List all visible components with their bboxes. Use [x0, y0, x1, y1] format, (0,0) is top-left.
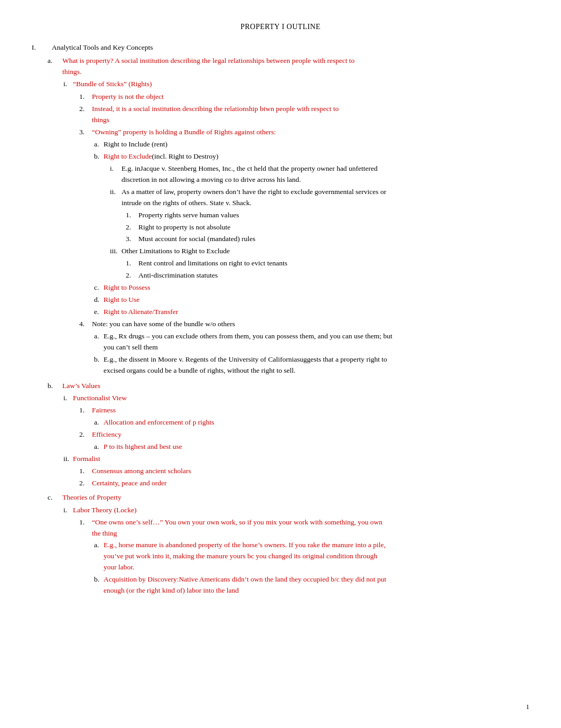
state-text: As a matter of law, property owners don’… [121, 187, 407, 209]
marker-3: 3. [79, 127, 92, 138]
item-4a: a. E.g., Rx drugs – you can exclude othe… [32, 331, 529, 353]
item-3c: c. Right to Possess [32, 282, 529, 293]
item-1: 1. Property is not the object [32, 91, 529, 103]
marker-1: 1. [79, 91, 92, 103]
item3-text: “Owning” property is holding a Bundle of… [92, 127, 276, 138]
item-4: 4. Note: you can have some of the bundle… [32, 319, 529, 330]
marker-ot2: 2. [126, 270, 138, 281]
rx-text: E.g., Rx drugs – you can exclude others … [104, 331, 399, 353]
marker-lab1: 1. [79, 517, 92, 528]
marker-3b-iii: iii. [110, 246, 121, 257]
func2a-text: P to its highest and best use [104, 441, 182, 453]
form2-text: Certainty, peace and order [92, 478, 167, 489]
marker-b-laws: b. [48, 381, 62, 392]
item-3b-i: i. E.g. inJacque v. Steenberg Homes, Inc… [32, 163, 529, 186]
func2-text: Efficiency [92, 429, 121, 440]
marker-i-labor: i. [63, 505, 73, 516]
state-3: 3. Must account for social (mandated) ru… [32, 234, 529, 245]
func1a-text: Allocation and enforcement of p rights [104, 417, 214, 428]
i-bundle-text: “Bundle of Sticks” (Rights) [73, 79, 152, 90]
marker-func2a: a. [94, 441, 104, 453]
formal-1: 1. Consensus among ancient scholars [32, 466, 529, 477]
section-b-laws: b. Law’s Values [32, 381, 529, 392]
page-title: PROPERTY I OUTLINE [32, 21, 529, 33]
c-theories-text: Theories of Property [62, 492, 121, 503]
c-possess-text: Right to Possess [104, 282, 151, 293]
item-3: 3. “Owning” property is holding a Bundle… [32, 127, 529, 138]
formal-2: 2. Certainty, peace and order [32, 478, 529, 489]
marker-form2: 2. [79, 478, 92, 489]
ot1-text: Rent control and limitations on right to… [138, 258, 287, 269]
st1-text: Property rights serve human values [138, 210, 239, 221]
item-3a: a. Right to Include (rent) [32, 139, 529, 150]
marker-func2: 2. [79, 429, 92, 440]
marker-ii-formal: ii. [63, 454, 73, 465]
marker-3b-ii: ii. [110, 187, 121, 198]
section-c-theories: c. Theories of Property [32, 492, 529, 503]
jacque-text: E.g. inJacque v. Steenberg Homes, Inc., … [121, 163, 407, 186]
marker-4: 4. [79, 319, 92, 330]
item-3b: b. Right to Exclude(incl. Right to Destr… [32, 151, 529, 162]
e-alienate-text: Right to Alienate/Transfer [104, 307, 178, 318]
marker-i-func: i. [63, 393, 73, 404]
section-a-text: What is property? A social institution d… [62, 56, 354, 78]
marker-4a: a. [94, 331, 104, 342]
st3-text: Must account for social (mandated) rules [138, 234, 256, 245]
form1-text: Consensus among ancient scholars [92, 466, 191, 477]
lab1b-text: Acquisition by Discovery:Native American… [104, 574, 389, 596]
item-3a-text: Right to Include (rent) [104, 139, 167, 150]
marker-3a: a. [94, 139, 104, 150]
section-i-labor: i. Labor Theory (Locke) [32, 505, 529, 516]
marker-func1a: a. [94, 417, 104, 428]
section-a: a. What is property? A social institutio… [32, 56, 529, 78]
section-ii-formal: ii. Formalist [32, 454, 529, 465]
section-i-bundle: i. “Bundle of Sticks” (Rights) [32, 79, 529, 90]
func-text: Functionalist View [73, 393, 127, 404]
marker-form1: 1. [79, 466, 92, 477]
marker-2: 2. [79, 104, 92, 115]
formal-text: Formalist [73, 454, 100, 465]
item-3d: d. Right to Use [32, 294, 529, 306]
item-3e: e. Right to Alienate/Transfer [32, 307, 529, 318]
labor-1a: a. E.g., horse manure is abandoned prope… [32, 540, 529, 573]
marker-3d: d. [94, 294, 104, 306]
labor-1b: b. Acquisition by Discovery:Native Ameri… [32, 574, 529, 596]
section-I: I. Analytical Tools and Key Concepts [32, 42, 529, 53]
func1-text: Fairness [92, 405, 116, 416]
d-use-text: Right to Use [104, 294, 139, 306]
item-3b-ii: ii. As a matter of law, property owners … [32, 187, 529, 209]
marker-lab1a: a. [94, 540, 104, 551]
st2-text: Right to property is not absolute [138, 222, 230, 233]
item-4b: b. E.g., the dissent in Moore v. Regents… [32, 354, 529, 376]
marker-st1: 1. [126, 210, 138, 221]
marker-3e: e. [94, 307, 104, 318]
state-1: 1. Property rights serve human values [32, 210, 529, 221]
item-3b-iii: iii. Other Limitations to Right to Exclu… [32, 246, 529, 257]
func-1: 1. Fairness [32, 405, 529, 416]
marker-a: a. [48, 56, 62, 67]
section-I-text: Analytical Tools and Key Concepts [52, 42, 153, 53]
func-1a: a. Allocation and enforcement of p right… [32, 417, 529, 428]
func-2: 2. Efficiency [32, 429, 529, 440]
section-i-func: i. Functionalist View [32, 393, 529, 404]
marker-3b-i: i. [110, 163, 121, 174]
marker-st3: 3. [126, 234, 138, 245]
func-2a: a. P to its highest and best use [32, 441, 529, 453]
labor-text: Labor Theory (Locke) [73, 505, 136, 516]
other-lim-text: Other Limitations to Right to Exclude [121, 246, 230, 257]
marker-3c: c. [94, 282, 104, 293]
lab1-text: “One owns one’s self…” You own your own … [92, 517, 388, 539]
b-laws-text: Law’s Values [62, 381, 100, 392]
marker-c-theories: c. [48, 492, 62, 503]
marker-func1: 1. [79, 405, 92, 416]
item-2: 2. Instead, it is a social institution d… [32, 104, 529, 126]
item4-text: Note: you can have some of the bundle w/… [92, 319, 235, 330]
marker-st2: 2. [126, 222, 138, 233]
marker-ot1: 1. [126, 258, 138, 269]
state-2: 2. Right to property is not absolute [32, 222, 529, 233]
other-2: 2. Anti-discrimination statutes [32, 270, 529, 281]
lab1a-text: E.g., horse manure is abandoned property… [104, 540, 389, 573]
moore-text: E.g., the dissent in Moore v. Regents of… [104, 354, 399, 376]
other-1: 1. Rent control and limitations on right… [32, 258, 529, 269]
ot2-text: Anti-discrimination statutes [138, 270, 218, 281]
